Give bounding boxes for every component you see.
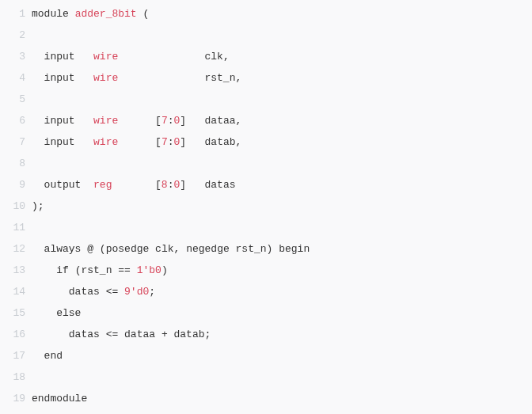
line-number: 10 xyxy=(0,196,25,217)
code-block: 12345678910111213141516171819 module add… xyxy=(0,0,532,409)
line-number: 15 xyxy=(0,302,25,324)
code-line: input wire [7:0] dataa, xyxy=(32,110,532,131)
code-line: else xyxy=(32,302,532,324)
code-line: input wire rst_n, xyxy=(32,67,532,89)
line-number: 17 xyxy=(0,345,25,367)
line-number: 8 xyxy=(0,153,25,174)
code-line xyxy=(32,89,532,110)
code-line: endmodule xyxy=(32,388,532,409)
code-line xyxy=(32,367,532,388)
code-line: ); xyxy=(32,196,532,217)
code-line xyxy=(32,153,532,174)
code-line: if (rst_n == 1'b0) xyxy=(32,260,532,281)
line-number: 3 xyxy=(0,46,25,67)
line-number: 11 xyxy=(0,217,25,238)
line-number: 13 xyxy=(0,260,25,281)
code-line: datas <= 9'd0; xyxy=(32,281,532,302)
line-number: 6 xyxy=(0,110,25,131)
code-line: input wire clk, xyxy=(32,46,532,67)
line-number: 9 xyxy=(0,174,25,196)
line-number: 18 xyxy=(0,367,25,388)
line-number: 16 xyxy=(0,324,25,345)
line-number: 1 xyxy=(0,3,25,25)
code-content: module adder_8bit ( input wire clk, inpu… xyxy=(32,3,532,409)
code-line: end xyxy=(32,345,532,367)
line-number: 5 xyxy=(0,89,25,110)
line-number: 14 xyxy=(0,281,25,302)
code-line xyxy=(32,217,532,238)
code-line xyxy=(32,25,532,46)
line-number-gutter: 12345678910111213141516171819 xyxy=(0,3,32,409)
code-line: output reg [8:0] datas xyxy=(32,174,532,196)
code-line: datas <= dataa + datab; xyxy=(32,324,532,345)
line-number: 4 xyxy=(0,67,25,89)
line-number: 7 xyxy=(0,131,25,153)
line-number: 12 xyxy=(0,238,25,260)
line-number: 2 xyxy=(0,25,25,46)
code-line: always @ (posedge clk, negedge rst_n) be… xyxy=(32,238,532,260)
code-line: module adder_8bit ( xyxy=(32,3,532,25)
line-number: 19 xyxy=(0,388,25,409)
code-line: input wire [7:0] datab, xyxy=(32,131,532,153)
